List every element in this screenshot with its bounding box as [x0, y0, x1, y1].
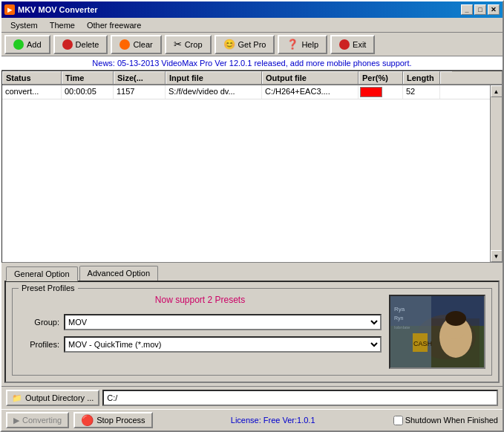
minimize-button[interactable]: _: [461, 4, 473, 15]
converting-icon: ▶: [13, 416, 19, 425]
tabs-area: General Option Advanced Option Preset Pr…: [1, 263, 503, 386]
clear-button[interactable]: Clear: [111, 35, 161, 54]
file-table: Status Time Size(... Input file Output f…: [1, 71, 503, 263]
title-bar-left: ▶ MKV MOV Converter: [4, 4, 98, 15]
scroll-down-button[interactable]: ▼: [491, 250, 503, 262]
converting-button[interactable]: ▶ Converting: [6, 412, 69, 428]
col-output[interactable]: Output file: [262, 71, 359, 84]
cell-length: 52: [403, 85, 440, 99]
profiles-field-row: Profiles: MOV - QuickTime (*.mov)MOV - H…: [19, 336, 382, 353]
table-row[interactable]: convert... 00:00:05 1157 S:/f/dev/video …: [2, 85, 490, 99]
get-pro-icon: 😊: [223, 39, 235, 50]
col-scroll: [440, 71, 452, 84]
preview-image: Rya Ryn Iobnlate CASH: [389, 295, 485, 369]
shutdown-checkbox[interactable]: [393, 416, 403, 425]
title-buttons: _ □ ✕: [461, 4, 500, 15]
status-bar: ▶ Converting 🔴 Stop Process License: Fre…: [1, 409, 503, 431]
svg-text:Ryn: Ryn: [394, 315, 404, 321]
title-bar: ▶ MKV MOV Converter _ □ ✕: [1, 1, 503, 18]
window-title: MKV MOV Converter: [18, 5, 98, 14]
get-pro-button[interactable]: 😊 Get Pro: [215, 35, 275, 54]
close-button[interactable]: ✕: [488, 4, 500, 15]
toolbar: Add Delete Clear ✂ Crop 😊 Get Pro ❓ Help…: [1, 33, 503, 56]
stop-icon: 🔴: [81, 414, 94, 426]
col-percent[interactable]: Per(%): [359, 71, 403, 84]
cell-percent: [359, 85, 403, 99]
cell-input: S:/f/dev/video dv...: [166, 85, 262, 99]
profiles-label: Profiles:: [19, 340, 59, 349]
app-icon: ▶: [4, 4, 15, 15]
license-text: License: Free Ver:1.0.1: [157, 416, 389, 425]
preset-legend: Preset Profiles: [19, 284, 78, 292]
clear-icon: [120, 39, 130, 50]
svg-text:Iobnlate: Iobnlate: [394, 325, 410, 330]
group-label: Group:: [19, 318, 59, 327]
maximize-button[interactable]: □: [474, 4, 486, 15]
menu-bar: System Theme Other freeware: [1, 18, 503, 33]
preset-title: Now support 2 Presets: [19, 295, 382, 305]
svg-point-6: [445, 311, 466, 326]
svg-text:CASH: CASH: [413, 340, 432, 347]
progress-bar: [360, 87, 382, 97]
folder-icon: 📁: [12, 393, 22, 403]
preview-svg: Rya Ryn Iobnlate CASH: [390, 296, 485, 369]
col-time[interactable]: Time: [62, 71, 114, 84]
profiles-select[interactable]: MOV - QuickTime (*.mov)MOV - HDMOV - Mob…: [64, 336, 382, 353]
add-button[interactable]: Add: [4, 35, 50, 54]
output-directory-button[interactable]: 📁 Output Directory ...: [6, 390, 99, 406]
cell-time: 00:00:05: [62, 85, 114, 99]
tab-row: General Option Advanced Option: [1, 263, 503, 281]
table-scrollbar[interactable]: ▲ ▼: [490, 85, 502, 262]
col-status[interactable]: Status: [2, 71, 62, 84]
crop-icon: ✂: [174, 39, 182, 50]
help-button[interactable]: ❓ Help: [278, 35, 327, 54]
output-bar: 📁 Output Directory ...: [1, 386, 503, 409]
main-window: ▶ MKV MOV Converter _ □ ✕ System Theme O…: [0, 0, 504, 432]
exit-icon: [339, 39, 350, 50]
menu-system[interactable]: System: [4, 19, 44, 31]
preset-profiles-group: Preset Profiles Now support 2 Presets Gr…: [12, 288, 492, 376]
col-input[interactable]: Input file: [166, 71, 262, 84]
svg-text:Rya: Rya: [394, 306, 405, 312]
col-length[interactable]: Length: [403, 71, 440, 84]
group-field-row: Group: MOVMKVMP4AVI: [19, 314, 382, 330]
col-size[interactable]: Size(...: [114, 71, 166, 84]
group-select[interactable]: MOVMKVMP4AVI: [64, 314, 382, 330]
delete-button[interactable]: Delete: [53, 35, 108, 54]
add-icon: [13, 39, 24, 50]
preset-fields: Now support 2 Presets Group: MOVMKVMP4AV…: [19, 295, 382, 369]
news-text: News: 05-13-2013 VideoMax Pro Ver 12.0.1…: [92, 59, 411, 68]
exit-button[interactable]: Exit: [330, 35, 375, 54]
crop-button[interactable]: ✂ Crop: [165, 35, 212, 54]
delete-icon: [62, 39, 73, 50]
scroll-up-button[interactable]: ▲: [491, 85, 503, 97]
tab-general-option[interactable]: General Option: [6, 266, 78, 281]
table-header: Status Time Size(... Input file Output f…: [2, 71, 502, 85]
menu-theme[interactable]: Theme: [44, 19, 81, 31]
tab-content: Preset Profiles Now support 2 Presets Gr…: [4, 281, 500, 383]
output-path-input[interactable]: [102, 390, 498, 406]
cell-status: convert...: [2, 85, 62, 99]
menu-other-freeware[interactable]: Other freeware: [81, 19, 147, 31]
news-bar: News: 05-13-2013 VideoMax Pro Ver 12.0.1…: [1, 56, 503, 71]
cell-size: 1157: [114, 85, 166, 99]
stop-process-button[interactable]: 🔴 Stop Process: [73, 412, 152, 428]
cell-output: C:/H264+EAC3....: [262, 85, 359, 99]
table-body: convert... 00:00:05 1157 S:/f/dev/video …: [2, 85, 490, 262]
help-icon: ❓: [287, 39, 298, 50]
tab-advanced-option[interactable]: Advanced Option: [79, 266, 158, 281]
shutdown-checkbox-label[interactable]: Shutdown When Finished: [393, 416, 498, 425]
